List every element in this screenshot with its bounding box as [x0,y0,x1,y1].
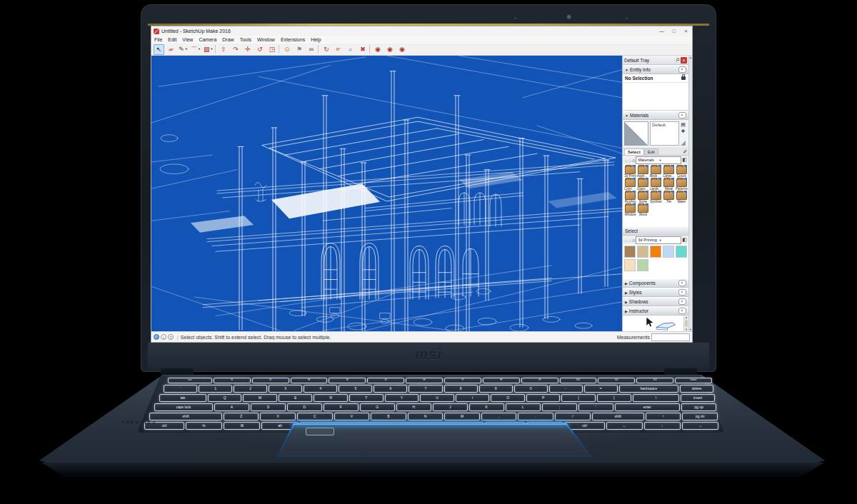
material-swatch[interactable] [650,246,661,258]
share-model-button[interactable]: ◉ ▼ [396,44,407,55]
eyedropper-icon[interactable]: ✐ [683,149,687,155]
orbit-tool[interactable]: ↻ ▼ [321,44,331,55]
material-folder[interactable]: Roofing [624,191,636,203]
material-folder[interactable]: Colors-N [624,178,636,191]
forward-icon[interactable]: ◇ [628,238,632,243]
materials-options-button[interactable] [678,112,686,119]
tray-close-icon[interactable]: × [681,57,687,64]
material-folder[interactable]: Wood [637,204,649,216]
material-folder[interactable]: Water [676,191,688,203]
material-folder[interactable]: Patterns [676,178,688,191]
material-folder[interactable]: Glass an [637,178,649,191]
menu-item[interactable]: View [179,37,196,42]
tray-header[interactable]: Default Tray ⚲ × [623,56,688,65]
back-icon[interactable]: ◇ [624,158,628,163]
scroll-up-icon[interactable]: ▲ [689,56,692,59]
material-name-field[interactable]: Default [650,121,679,146]
rectangle-tool[interactable]: ▧ ▼ [203,44,214,55]
menu-item[interactable]: Window [254,37,278,42]
select-tool[interactable]: ↖ ▼ [154,44,164,55]
title-bar[interactable]: Untitled - SketchUp Make 2016 — □ × [151,26,692,36]
measurements-input[interactable] [651,333,690,341]
arc-tool[interactable]: ⌒ ▼ [190,44,201,55]
material-swatch[interactable] [637,259,648,271]
section-options-button[interactable] [678,298,686,305]
material-folder[interactable]: Landscap [650,178,662,191]
forward-icon[interactable]: ◇ [628,158,632,163]
help-icon[interactable]: ? [168,334,174,340]
offset-tool[interactable]: ◳ ▼ [266,44,277,55]
section-options-button[interactable] [678,308,686,314]
chevron-down-icon[interactable]: ▼ [185,48,188,51]
menu-item[interactable]: Extensions [278,37,308,42]
menu-item[interactable]: Draw [219,37,236,42]
menu-item[interactable]: Edit [165,37,179,42]
material-folder[interactable]: Tile [663,191,675,203]
geolocation-icon[interactable] [154,334,159,340]
material-folder[interactable]: Syntheti [650,191,662,203]
material-folder[interactable]: Asphalt a [637,166,649,178]
material-swatch[interactable] [624,246,636,258]
material-folder[interactable]: Metal [663,178,675,191]
scroll-up-icon[interactable]: ▲ [685,316,688,319]
section-options-button[interactable] [678,280,686,286]
maximize-button[interactable]: □ [668,26,680,36]
model-canvas[interactable] [151,56,622,331]
line-tool[interactable]: ✎ ▼ [178,44,189,55]
tray-section-header[interactable]: ▶ Styles [623,288,688,297]
move-tool[interactable]: ✛ ▼ [242,44,253,55]
sample-paint-icon[interactable]: ◧ [682,237,687,243]
pan-tool[interactable]: ☛ ▼ [333,44,344,55]
materials-collection-dropdown[interactable]: Materials ▼ [636,156,681,164]
create-material-icon[interactable]: ❖ [681,128,685,133]
menu-item[interactable]: Help [308,37,324,42]
chevron-down-icon[interactable]: ▼ [198,48,201,51]
home-icon[interactable]: ⌂ [632,238,635,243]
scroll-thumb[interactable] [685,320,688,327]
instructor-scrollbar[interactable]: ▲ ▼ [683,316,688,331]
materials-header[interactable]: ▼ Materials [623,111,688,120]
model-info-button[interactable]: ◉ ▼ [372,44,383,55]
material-swatch[interactable] [676,246,687,258]
menu-item[interactable]: Tools [237,37,254,42]
sample-paint-icon[interactable]: ◧ [682,157,687,163]
material-folder[interactable]: 3d Printi [624,166,636,178]
material-folder[interactable]: Brick, Clo [650,166,662,178]
material-folder[interactable]: Stone [637,191,649,203]
material-swatch[interactable] [624,259,636,271]
get-models-button[interactable]: ◉ ▼ [384,44,395,55]
swatch-collection-dropdown[interactable]: 3d Printing ▼ [636,236,681,244]
tab-select[interactable]: Select [624,148,644,155]
pushpull-tool[interactable]: ⇧ ▼ [218,44,229,55]
menu-item[interactable]: Camera [196,37,219,42]
entity-info-options-button[interactable] [678,66,686,73]
followme-tool[interactable]: ↷ ▼ [230,44,241,55]
entity-info-header[interactable]: ▼ Entity Info [623,65,688,74]
add-location-tool[interactable]: ⚑ ▼ [294,44,304,55]
select-panel-header[interactable]: Select [623,226,688,236]
section-options-button[interactable] [678,289,686,296]
3d-warehouse-tool[interactable]: ∞ ▼ [306,44,316,55]
material-folder[interactable]: Colors [676,166,688,178]
display-panes-icon[interactable]: ▤ [681,122,686,127]
tray-scrollbar[interactable]: ▲ ▼ [688,56,692,331]
material-folder[interactable]: Window [624,204,636,216]
tray-section-header[interactable]: ▶ Instructor [623,306,688,316]
home-icon[interactable]: ⌂ [632,158,635,163]
material-swatch[interactable] [663,246,674,258]
tab-edit[interactable]: Edit [644,148,658,155]
chevron-down-icon[interactable]: ▼ [210,48,213,51]
minimize-button[interactable]: — [656,26,668,36]
zoom-tool[interactable]: ⌕ ▼ [345,44,356,55]
material-swatch[interactable] [637,246,648,258]
eraser-tool[interactable]: ▰ ▼ [166,44,176,55]
resize-corner[interactable] [681,141,686,146]
tray-section-header[interactable]: ▶ Components [623,278,688,288]
tray-section-header[interactable]: ▶ Shadows [623,297,688,306]
close-button[interactable]: × [680,26,692,36]
rotate-tool[interactable]: ↺ ▼ [254,44,265,55]
material-folder[interactable]: Carpet, F [663,166,675,178]
back-icon[interactable]: ◇ [624,238,628,243]
zoom-extents-tool[interactable]: ✖ ▼ [357,44,368,55]
info-icon[interactable]: i [161,334,166,340]
